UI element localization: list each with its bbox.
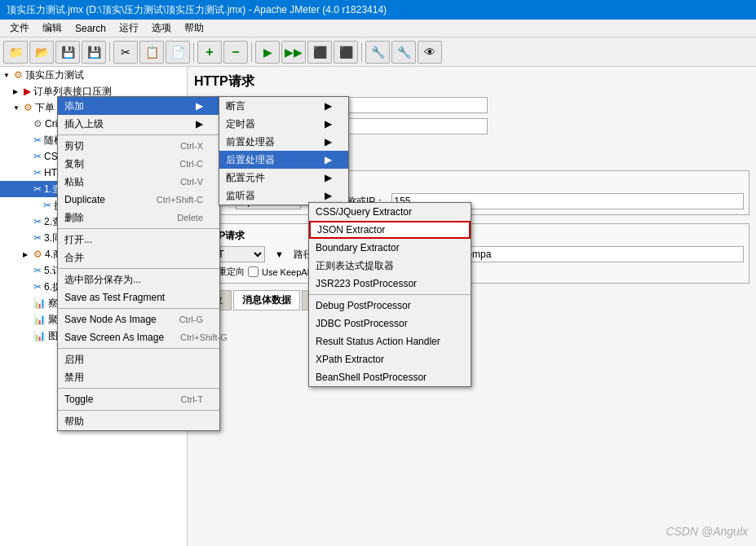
- ctx-paste[interactable]: 粘贴 Ctrl-V: [58, 173, 219, 191]
- menu-edit[interactable]: 编辑: [36, 20, 69, 37]
- ctx-timer-arrow: ▶: [325, 118, 332, 130]
- menu-help[interactable]: 帮助: [178, 20, 210, 37]
- ctx-sep-1: [58, 134, 219, 135]
- toolbar-play[interactable]: ▶: [255, 41, 280, 64]
- ctx-config-arrow: ▶: [325, 172, 332, 183]
- toolbar-save2[interactable]: 💾: [82, 41, 106, 64]
- menu-run[interactable]: 运行: [113, 20, 145, 37]
- ctx-cut[interactable]: 剪切 Ctrl-X: [58, 137, 219, 155]
- tree-icon-1: ▶: [24, 86, 31, 97]
- menu-bar: 文件 编辑 Search 运行 选项 帮助: [0, 20, 756, 37]
- ctx-post-sep-1: [309, 294, 471, 295]
- ctx-xpath-extractor[interactable]: XPath Extractor: [309, 350, 471, 368]
- ctx-disable[interactable]: 禁用: [58, 368, 219, 386]
- tree-icon-13: ✂: [33, 281, 42, 293]
- ctx-insert-parent[interactable]: 插入上级 ▶: [58, 115, 219, 133]
- body-content: 名称：: [194, 317, 749, 331]
- panel-title: HTTP请求: [194, 73, 749, 90]
- ctx-help[interactable]: 帮助: [58, 412, 219, 430]
- context-menu-post-processor: CSS/JQuery Extractor JSON Extractor Boun…: [308, 202, 471, 387]
- separator-1: [109, 42, 110, 62]
- context-menu-add: 断言 ▶ 定时器 ▶ 前置处理器 ▶ 后置处理器 ▶ 配置元件 ▶ 监听器 ▶: [219, 96, 349, 205]
- ctx-save-partial[interactable]: 选中部分保存为...: [58, 271, 219, 288]
- ctx-sep-6: [58, 388, 219, 389]
- ctx-enable[interactable]: 启用: [58, 350, 219, 368]
- tree-icon-8: ✂: [43, 200, 51, 211]
- tree-icon-9: ✂: [33, 216, 42, 227]
- path-arrow: ▼: [272, 249, 287, 259]
- ctx-jdbc-postproc[interactable]: JDBC PostProcessor: [309, 315, 471, 332]
- tree-arrow-1: ▶: [13, 88, 21, 95]
- toolbar-settings2[interactable]: 🔧: [391, 41, 416, 64]
- tree-icon-7: ✂: [33, 183, 42, 195]
- ctx-delete[interactable]: 删除 Delete: [58, 209, 219, 227]
- ctx-debug-postproc[interactable]: Debug PostProcessor: [309, 297, 471, 315]
- tree-icon-5: ✂: [33, 151, 42, 162]
- ctx-boundary-extractor[interactable]: Boundary Extractor: [309, 239, 471, 257]
- ctx-open[interactable]: 打开...: [58, 231, 219, 249]
- title-bar: 顶实压力测试.jmx (D:\顶实\压力测试\顶实压力测试.jmx) - Apa…: [0, 0, 756, 20]
- tree-label-2: 下单: [35, 101, 55, 115]
- ctx-toggle[interactable]: Toggle Ctrl-T: [58, 390, 219, 408]
- ctx-add-config[interactable]: 配置元件 ▶: [219, 169, 348, 187]
- tree-icon-16: 📊: [33, 330, 46, 341]
- tree-icon-2: ⚙: [24, 102, 33, 113]
- toolbar-play-all[interactable]: ▶▶: [281, 41, 306, 64]
- ctx-add[interactable]: 添加 ▶: [58, 97, 219, 115]
- toolbar-paste[interactable]: 📄: [166, 41, 190, 64]
- ctx-result-status[interactable]: Result Status Action Handler: [309, 332, 471, 350]
- toolbar: 📁 📂 💾 💾 ✂ 📋 📄 + − ▶ ▶▶ ⬛ ⬛ 🔧 🔧 👁: [0, 37, 756, 67]
- ctx-duplicate[interactable]: Duplicate Ctrl+Shift-C: [58, 191, 219, 209]
- ctx-copy[interactable]: 复制 Ctrl-C: [58, 155, 219, 173]
- ctx-add-postproc[interactable]: 后置处理器 ▶: [219, 151, 348, 169]
- http-request-section: HTTP请求 GET POST ▼ 路径： 跟随重定向 Use KeepAliv…: [194, 223, 749, 284]
- toolbar-add[interactable]: +: [197, 41, 222, 64]
- tree-root[interactable]: ▼ ⚙ 顶实压力测试: [0, 67, 187, 83]
- toolbar-open[interactable]: 📂: [29, 41, 54, 64]
- tree-icon-4: ✂: [33, 134, 42, 146]
- ctx-postproc-arrow: ▶: [325, 154, 332, 165]
- tree-icon-12: ✂: [33, 265, 42, 276]
- toolbar-copy[interactable]: 📋: [139, 41, 164, 64]
- ctx-css-jquery[interactable]: CSS/JQuery Extractor: [309, 203, 471, 221]
- menu-file[interactable]: 文件: [3, 20, 36, 37]
- tree-icon-6: ✂: [33, 167, 42, 178]
- ctx-sep-5: [58, 348, 219, 349]
- toolbar-remove[interactable]: −: [223, 41, 248, 64]
- toolbar-view[interactable]: 👁: [418, 41, 442, 64]
- toolbar-cut[interactable]: ✂: [113, 41, 138, 64]
- ctx-add-timer[interactable]: 定时器 ▶: [219, 115, 348, 133]
- ctx-json-extractor[interactable]: JSON Extractor: [309, 221, 471, 239]
- ctx-insert-arrow: ▶: [196, 118, 203, 130]
- tree-icon-11: ⚙: [33, 249, 42, 260]
- ctx-assert-arrow: ▶: [325, 100, 332, 112]
- ctx-listener-arrow: ▶: [325, 190, 332, 201]
- ctx-add-assert[interactable]: 断言 ▶: [219, 97, 348, 115]
- toolbar-stop[interactable]: ⬛: [307, 41, 332, 64]
- toolbar-stop2[interactable]: ⬛: [334, 41, 358, 64]
- toolbar-new[interactable]: 📁: [3, 41, 28, 64]
- ctx-save-node-image[interactable]: Save Node As Image Ctrl-G: [58, 310, 219, 328]
- ctx-save-fragment[interactable]: Save as Test Fragment: [58, 288, 219, 306]
- ctx-merge[interactable]: 合并: [58, 249, 219, 266]
- ctx-regex-extractor[interactable]: 正则表达式提取器: [309, 257, 471, 275]
- tree-arrow-2: ▼: [13, 104, 21, 112]
- tree-icon-10: ✂: [33, 232, 42, 244]
- keepalive-check[interactable]: [248, 266, 259, 277]
- separator-2: [193, 42, 194, 62]
- ctx-jsr223[interactable]: JSR223 PostProcessor: [309, 275, 471, 293]
- tree-arrow: ▼: [3, 72, 11, 79]
- menu-options[interactable]: 选项: [145, 20, 178, 37]
- tree-label-root: 顶实压力测试: [25, 68, 84, 82]
- ctx-beanshell-postproc[interactable]: BeanShell PostProcessor: [309, 368, 471, 386]
- separator-4: [361, 42, 362, 62]
- ctx-save-screen-image[interactable]: Save Screen As Image Ctrl+Shift-G: [58, 328, 219, 346]
- menu-search[interactable]: Search: [69, 21, 113, 36]
- ctx-add-preproc[interactable]: 前置处理器 ▶: [219, 133, 348, 151]
- toolbar-settings[interactable]: 🔧: [365, 41, 390, 64]
- sub-tab-body[interactable]: 消息体数据: [233, 290, 300, 310]
- toolbar-save[interactable]: 💾: [55, 41, 80, 64]
- tree-arrow-11: ▶: [23, 251, 31, 258]
- ctx-sep-3: [58, 268, 219, 269]
- ctx-sep-4: [58, 308, 219, 309]
